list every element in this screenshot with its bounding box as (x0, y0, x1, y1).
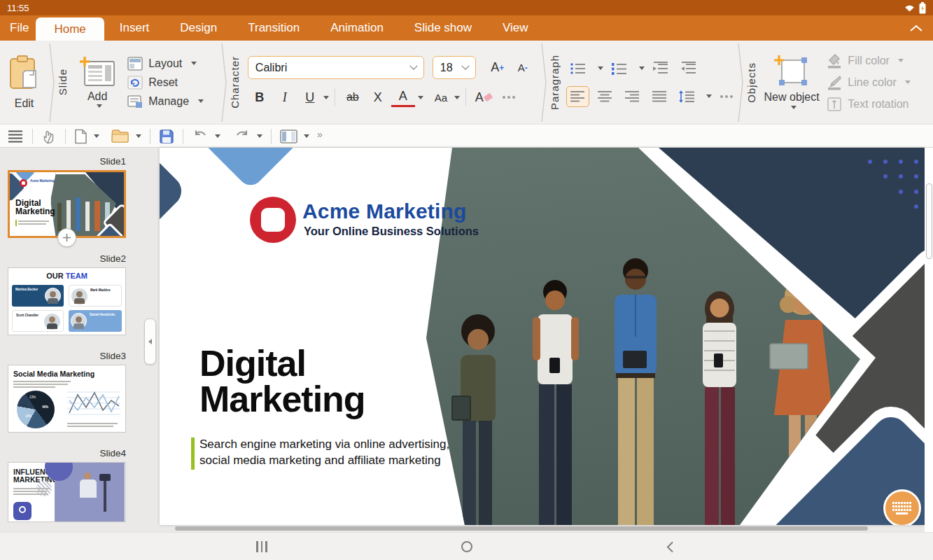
group-divider (737, 43, 744, 122)
align-center-button[interactable] (594, 86, 617, 107)
add-slide-inline-button[interactable] (57, 228, 76, 247)
vertical-scrollbar[interactable] (926, 183, 932, 259)
add-slide-button[interactable]: Add (70, 41, 125, 124)
italic-button[interactable]: I (273, 86, 297, 108)
panel-layout-button[interactable] (280, 130, 309, 144)
tab-view[interactable]: View (487, 15, 544, 41)
line-spacing-button[interactable] (675, 86, 699, 107)
manage-button[interactable]: Manage (127, 94, 204, 108)
eraser-icon (484, 93, 493, 102)
underline-button[interactable]: U (298, 86, 322, 108)
layout-button[interactable]: Layout (127, 57, 197, 71)
thumb3-pie-49: 49% (42, 405, 48, 409)
slide-canvas[interactable]: Acme Marketing Your Online Business Solu… (160, 148, 925, 525)
panel-collapse-handle[interactable] (144, 318, 156, 365)
underline-label: U (305, 90, 314, 105)
justify-button[interactable] (648, 86, 671, 107)
line-color-icon (826, 75, 843, 90)
superscript-button[interactable]: X (366, 86, 390, 108)
font-color-label: A (399, 89, 407, 104)
numbered-list-button[interactable] (608, 58, 631, 79)
redo-icon (234, 130, 251, 144)
slide-title[interactable]: Digital Marketing (199, 346, 365, 417)
tab-insert[interactable]: Insert (104, 15, 165, 41)
quick-toolbar: » (0, 125, 933, 148)
tab-design[interactable]: Design (164, 15, 232, 41)
grow-font-button[interactable]: A + (486, 57, 510, 79)
back-button[interactable] (666, 541, 674, 553)
clipboard-icon (8, 55, 41, 92)
status-bar: 11:55 (0, 0, 933, 15)
group-divider (220, 43, 227, 122)
open-file-button[interactable] (111, 129, 141, 144)
thumb3-pie-13: 13% (29, 396, 36, 399)
new-object-button[interactable]: New object (759, 41, 825, 124)
line-spacing-icon (678, 90, 695, 103)
collapse-ribbon-icon[interactable] (909, 24, 923, 32)
tab-file[interactable]: File (0, 15, 36, 41)
tab-home[interactable]: Home (36, 18, 104, 41)
android-nav-bar (0, 532, 933, 560)
collapse-arrow-icon (148, 338, 153, 345)
slide4-thumbnail[interactable]: INFLUENCER MARKETING (8, 462, 126, 522)
line-color-button[interactable]: Line color (826, 75, 910, 90)
objects-group-label: Objects (744, 62, 759, 103)
bullet-list-button[interactable] (566, 58, 590, 79)
plus-sign: + (499, 63, 504, 73)
slide3-label: Slide3 (0, 351, 126, 361)
clear-format-button[interactable]: A (472, 86, 496, 108)
reset-button[interactable]: Reset (127, 76, 178, 90)
align-left-button[interactable] (566, 86, 589, 107)
more-character-options[interactable] (503, 96, 515, 99)
shrink-font-button[interactable]: A - (511, 57, 535, 79)
slide-body-text[interactable]: Search engine marketing via online adver… (199, 436, 449, 468)
keyboard-fab-button[interactable] (883, 489, 921, 525)
undo-caret-icon (215, 134, 220, 141)
tab-transition[interactable]: Transition (232, 15, 315, 41)
text-rotation-button[interactable]: Text rotation (826, 97, 909, 112)
layout-icon (127, 57, 143, 71)
increase-indent-icon (652, 62, 669, 76)
chevron-down-icon (461, 62, 469, 69)
slide2-thumbnail[interactable]: OUR TEAM Martina Becker Mark Maddox Scot… (8, 267, 126, 335)
clock: 11:55 (7, 3, 29, 13)
change-case-button[interactable]: Aa (429, 86, 453, 108)
font-size-select[interactable]: 18 (433, 56, 476, 79)
new-document-button[interactable] (74, 129, 99, 144)
font-color-button[interactable]: A (391, 88, 415, 107)
thumb3-title: Social Media Marketing (13, 370, 125, 378)
thumb2-member3: Scott Chandler (16, 314, 37, 317)
align-right-button[interactable] (621, 86, 644, 107)
minus-sign: - (525, 63, 528, 73)
more-paragraph-options[interactable] (720, 95, 733, 98)
view-options-button[interactable] (7, 130, 24, 144)
tab-animation[interactable]: Animation (315, 15, 399, 41)
home-button[interactable] (461, 541, 472, 552)
battery-icon (919, 2, 926, 14)
fill-color-button[interactable]: Fill color (826, 53, 904, 69)
thumb3-pie-18: 18% (25, 414, 31, 418)
slide3-thumbnail[interactable]: Social Media Marketing 49% 18% 20% 13% (8, 365, 126, 433)
decrease-indent-button[interactable] (677, 58, 701, 79)
touch-mode-button[interactable] (41, 129, 57, 144)
toolbar-more-button[interactable]: » (317, 129, 323, 140)
font-name-select[interactable]: Calibri (248, 56, 424, 79)
strikethrough-button[interactable]: ab (341, 86, 365, 108)
text-rotation-label: Text rotation (848, 98, 909, 111)
redo-button[interactable] (234, 130, 262, 144)
redo-caret-icon (257, 134, 262, 141)
tab-slide-show[interactable]: Slide show (399, 15, 487, 41)
save-button[interactable] (159, 129, 174, 144)
strikethrough-label: ab (346, 91, 359, 104)
clear-format-label: A (475, 90, 484, 105)
horizontal-scrollbar[interactable] (175, 526, 868, 531)
recent-apps-button[interactable] (256, 541, 267, 552)
thumb2-title-team: TEAM (66, 272, 87, 280)
increase-indent-button[interactable] (649, 58, 673, 79)
company-logo (250, 197, 296, 243)
bold-button[interactable]: B (248, 86, 272, 108)
undo-button[interactable] (192, 130, 220, 144)
edit-button[interactable]: Edit (0, 41, 48, 124)
group-divider (540, 43, 547, 122)
thumb1-logo-text: Acme Marketing (30, 179, 55, 183)
